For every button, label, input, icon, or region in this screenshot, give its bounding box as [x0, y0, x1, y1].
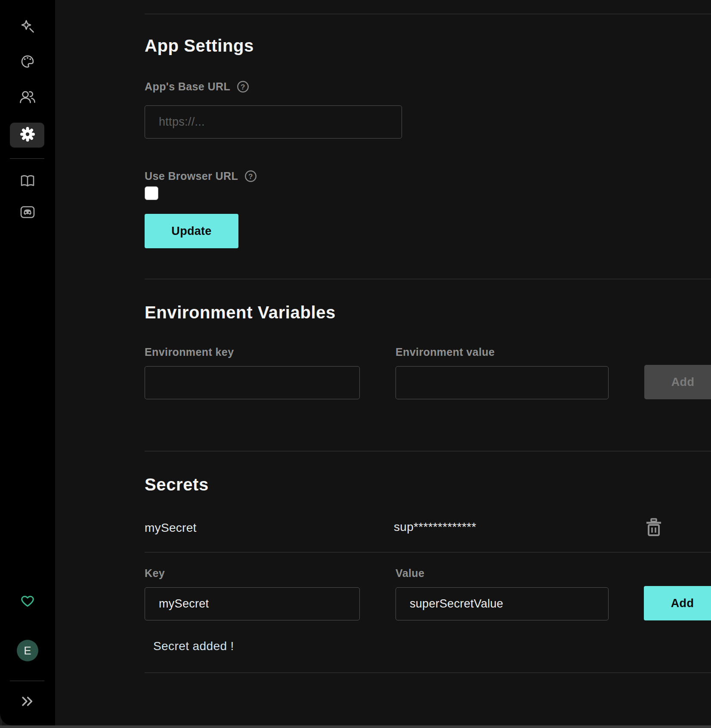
sidebar-item-users[interactable]: [18, 89, 37, 108]
sidebar-item-settings[interactable]: [18, 126, 37, 145]
sidebar-item-magic-wand[interactable]: [18, 19, 37, 37]
secrets-title: Secrets: [145, 475, 209, 494]
sidebar-divider: [10, 158, 44, 159]
double-chevron-right-icon: [19, 693, 36, 711]
update-button[interactable]: Update: [145, 214, 238, 248]
use-browser-url-label: Use Browser URL: [145, 170, 238, 182]
secret-key-input[interactable]: [145, 587, 360, 620]
users-icon: [19, 89, 36, 108]
question-circle-icon[interactable]: ?: [244, 170, 257, 183]
secret-key: mySecret: [145, 521, 197, 535]
avatar[interactable]: E: [17, 640, 38, 661]
window-bottom-edge: [0, 725, 711, 728]
heart-icon: [19, 592, 36, 611]
sidebar-expand-button[interactable]: [18, 693, 37, 712]
base-url-input[interactable]: [145, 105, 402, 139]
secret-value-input[interactable]: [396, 587, 609, 620]
section-divider: [145, 279, 711, 279]
environment-add-button[interactable]: Add: [644, 365, 711, 399]
app-settings-title: App Settings: [145, 36, 254, 56]
secret-added-status: Secret added !: [153, 639, 234, 653]
trash-icon: [645, 532, 663, 539]
secret-masked-value: sup*************: [394, 520, 476, 534]
palette-icon: [19, 53, 36, 72]
svg-text:?: ?: [241, 83, 245, 91]
sidebar-item-favorites[interactable]: [18, 592, 37, 611]
use-browser-url-checkbox[interactable]: [145, 186, 158, 200]
secret-value-label: Value: [396, 567, 424, 580]
question-circle-icon[interactable]: ?: [236, 80, 250, 93]
secrets-row-divider: [145, 552, 711, 552]
sidebar-footer-divider: [10, 681, 44, 681]
section-divider: [145, 672, 711, 673]
environment-key-label: Environment key: [145, 346, 234, 358]
svg-text:?: ?: [248, 173, 253, 181]
magic-wand-icon: [19, 19, 36, 37]
avatar-letter: E: [24, 644, 31, 657]
sidebar-item-discord[interactable]: [18, 204, 37, 222]
sidebar: E: [0, 0, 55, 725]
environment-value-label: Environment value: [396, 346, 495, 358]
sidebar-item-docs[interactable]: [18, 173, 37, 191]
secret-add-button[interactable]: Add: [644, 586, 711, 620]
environment-variables-title: Environment Variables: [145, 303, 336, 322]
use-browser-url-label-row: Use Browser URL ?: [145, 170, 257, 183]
secret-key-label: Key: [145, 567, 165, 580]
section-divider: [145, 14, 711, 14]
environment-key-input[interactable]: [145, 366, 360, 399]
gear-icon: [19, 126, 36, 145]
sidebar-item-theme[interactable]: [18, 53, 37, 72]
book-icon: [19, 173, 36, 191]
settings-page: App Settings App's Base URL ? Use Browse…: [55, 0, 711, 725]
discord-icon: [19, 204, 36, 222]
section-divider: [145, 451, 711, 451]
delete-secret-button[interactable]: [645, 518, 663, 537]
base-url-label-row: App's Base URL ?: [145, 80, 250, 93]
environment-value-input[interactable]: [396, 366, 609, 399]
base-url-label: App's Base URL: [145, 80, 230, 93]
